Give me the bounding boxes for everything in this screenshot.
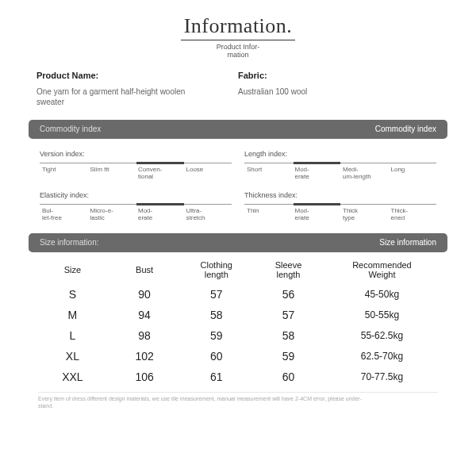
cell-bust: 102 [109,350,181,363]
fabric-label: Fabric: [238,71,440,80]
table-row: S90575645-50kg [36,284,440,305]
col-slen: Sleevelength [252,260,324,279]
col-clen: Clothinglength [180,260,252,279]
product-name-label: Product Name: [36,71,238,80]
cell-size: L [36,329,109,342]
commodity-index-bar: Commodity index Commodity index [29,120,447,139]
scale-option: Slim fit [88,163,136,181]
scale-option: Mod-erate [293,205,341,222]
cell-size: XXL [36,370,109,383]
cell-clen: 61 [180,370,252,383]
bar-left-label: Size information: [40,238,98,247]
size-information-bar: Size information: Size information [29,233,447,252]
bar-right-label: Size information [379,238,436,247]
cell-size: XL [36,350,109,363]
scale-option: Long [389,163,437,181]
scale-option: Loose [184,163,232,181]
elasticity-scale: Bul-let-freeMicro-e-lasticMod-erateUltra… [40,204,232,222]
cell-slen: 60 [252,370,324,383]
cell-clen: 57 [180,288,252,301]
col-size: Size [36,265,109,274]
cell-bust: 106 [109,370,181,383]
cell-bust: 98 [109,329,181,342]
size-table-body: S90575645-50kgM94585750-55kgL98595855-62… [36,284,440,387]
header: Information. Product Infor-mation [29,14,447,60]
col-weight: RecommendedWeight [324,260,440,279]
scale-option: Bul-let-free [40,205,88,222]
version-index-title: Version index: [40,150,232,158]
cell-clen: 59 [180,329,252,342]
cell-weight: 45-50kg [324,289,440,300]
scale-option: Ultra-stretch [184,205,232,222]
cell-weight: 62.5-70kg [324,351,440,362]
bar-right-label: Commodity index [375,125,436,133]
length-index-title: Length index: [244,150,436,158]
product-info: Product Name: One yarn for a garment hal… [36,71,440,107]
thickness-index: Thickness index: ThinMod-erateThicktypeT… [238,188,443,230]
scale-option: Short [244,163,293,181]
cell-clen: 58 [180,309,252,321]
scale-option: Thick-ened [389,205,437,222]
cell-clen: 60 [180,350,252,363]
scale-option: Medi-um-length [340,163,389,181]
scale-option: Mod-erate [293,163,341,181]
cell-bust: 94 [109,309,181,321]
table-row: M94585750-55kg [36,305,440,325]
index-grid: Version index: TightSlim fitConven-tiona… [33,147,443,230]
cell-size: M [36,309,109,321]
length-index: Length index: ShortMod-erateMedi-um-leng… [238,147,443,189]
table-row: L98595855-62.5kg [36,325,440,346]
scale-option: Thicktype [340,205,389,222]
scale-option: Thin [244,205,293,222]
bar-left-label: Commodity index [40,125,101,133]
table-row: XXL106616070-77.5kg [36,367,440,387]
thickness-index-title: Thickness index: [244,191,436,199]
size-table: Size Bust Clothinglength Sleevelength Re… [36,260,440,387]
cell-slen: 59 [252,350,324,363]
version-index: Version index: TightSlim fitConven-tiona… [33,147,238,189]
scale-option: Mod-erate [136,205,184,222]
size-table-header: Size Bust Clothinglength Sleevelength Re… [36,260,440,284]
page-title: Information. [181,14,296,40]
cell-bust: 90 [109,288,181,301]
product-name-value: One yarn for a garment half-height woole… [36,86,195,107]
elasticity-index-title: Elasticity index: [40,191,232,199]
scale-option: Micro-e-lastic [88,205,136,222]
version-scale: TightSlim fitConven-tionalLoose [40,163,232,181]
cell-weight: 55-62.5kg [324,330,440,341]
table-row: XL102605962.5-70kg [36,346,440,367]
page-subtitle: Product Infor-mation [29,44,447,60]
cell-slen: 56 [252,288,324,301]
col-bust: Bust [109,265,181,274]
cell-size: S [36,288,109,301]
cell-slen: 58 [252,329,324,342]
cell-slen: 57 [252,309,324,321]
scale-option: Tight [40,163,88,181]
scale-option: Conven-tional [136,163,184,181]
cell-weight: 70-77.5kg [324,371,440,382]
thickness-scale: ThinMod-erateThicktypeThick-ened [244,204,436,222]
length-scale: ShortMod-erateMedi-um-lengthLong [244,163,436,181]
footnote: Every item of dress different design mat… [38,392,438,409]
elasticity-index: Elasticity index: Bul-let-freeMicro-e-la… [33,188,238,230]
fabric-value: Australian 100 wool [238,86,397,97]
cell-weight: 50-55kg [324,309,440,321]
